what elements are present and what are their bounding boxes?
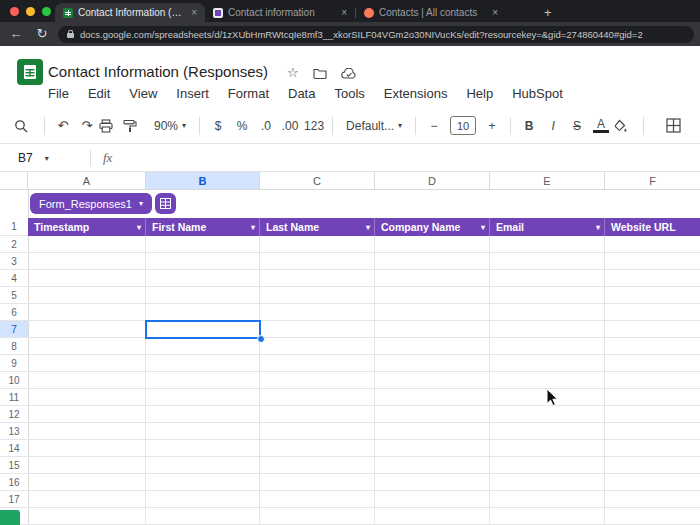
row-number[interactable]: 3 xyxy=(0,253,28,270)
decrease-decimal-button[interactable]: .0 xyxy=(254,120,278,132)
filter-chevron-icon[interactable]: ▾ xyxy=(366,223,370,232)
table-header-last-name[interactable]: Last Name ▾ xyxy=(260,218,375,236)
tab-contact-information-form[interactable]: Contact information × xyxy=(205,3,355,22)
gridline xyxy=(374,236,375,525)
row-number[interactable]: 13 xyxy=(0,423,28,440)
url-bar[interactable]: docs.google.com/spreadsheets/d/1zXUbHmRW… xyxy=(58,26,694,43)
increase-decimal-button[interactable]: .00 xyxy=(278,120,302,132)
row-number[interactable]: 10 xyxy=(0,372,28,389)
row-number[interactable]: 5 xyxy=(0,287,28,304)
doc-title[interactable]: Contact Information (Responses) xyxy=(48,63,268,80)
font-size-input[interactable]: 10 xyxy=(450,116,476,135)
redo-button[interactable]: ↷ xyxy=(75,119,99,132)
grid-rows-area[interactable] xyxy=(28,236,700,525)
cloud-saved-icon[interactable] xyxy=(341,68,357,79)
menu-item[interactable]: Edit xyxy=(88,86,110,101)
row-number[interactable]: 16 xyxy=(0,474,28,491)
table-name-chip[interactable]: Form_Responses1 ▾ xyxy=(30,193,152,214)
increase-font-size-button[interactable]: + xyxy=(480,120,504,132)
sheets-logo-icon[interactable] xyxy=(17,59,43,85)
selected-cell-b7[interactable] xyxy=(145,320,261,339)
row-number[interactable]: 11 xyxy=(0,389,28,406)
select-all-corner[interactable] xyxy=(0,172,28,190)
cell-reference: B7 xyxy=(18,151,33,165)
strikethrough-button[interactable]: S xyxy=(565,120,589,132)
undo-button[interactable]: ↶ xyxy=(51,119,75,132)
table-header-first-name[interactable]: First Name ▾ xyxy=(146,218,260,236)
new-tab-button[interactable]: + xyxy=(544,3,552,22)
move-folder-icon[interactable] xyxy=(313,68,327,79)
table-header-timestamp[interactable]: Timestamp ▾ xyxy=(28,218,146,236)
menu-item[interactable]: Data xyxy=(288,86,315,101)
menu-item[interactable]: Insert xyxy=(176,86,209,101)
menu-item[interactable]: Extensions xyxy=(384,86,448,101)
menu-item[interactable]: Tools xyxy=(334,86,364,101)
row-number[interactable]: 8 xyxy=(0,338,28,355)
close-window-button[interactable] xyxy=(10,7,19,16)
italic-button[interactable]: I xyxy=(541,120,565,132)
column-header-e[interactable]: E xyxy=(490,172,605,190)
menu-item[interactable]: HubSpot xyxy=(512,86,563,101)
menu-item[interactable]: View xyxy=(129,86,157,101)
menu-item[interactable]: File xyxy=(48,86,69,101)
tab-contacts-hubspot[interactable]: Contacts | All contacts × xyxy=(356,3,506,22)
column-header-c[interactable]: C xyxy=(260,172,375,190)
row-number[interactable]: 6 xyxy=(0,304,28,321)
paint-format-button[interactable] xyxy=(123,119,147,133)
reload-button[interactable]: ↻ xyxy=(32,25,52,43)
fx-icon: fx xyxy=(103,150,112,166)
row-number[interactable]: 17 xyxy=(0,491,28,508)
text-color-button[interactable]: A xyxy=(589,118,613,133)
search-icon[interactable] xyxy=(14,119,38,133)
row-number[interactable]: 15 xyxy=(0,457,28,474)
tab-contact-information-responses[interactable]: Contact Information (Respon... × xyxy=(55,3,205,22)
zoom-select[interactable]: 90% ▾ xyxy=(147,119,193,133)
filter-chevron-icon[interactable]: ▾ xyxy=(137,223,141,232)
table-header-website-url[interactable]: Website URL xyxy=(605,218,700,236)
close-tab-icon[interactable]: × xyxy=(341,7,347,18)
filter-chevron-icon[interactable]: ▾ xyxy=(596,223,600,232)
minimize-window-button[interactable] xyxy=(26,7,35,16)
table-grid-button[interactable] xyxy=(155,193,176,214)
row-number[interactable]: 14 xyxy=(0,440,28,457)
format-percent-button[interactable]: % xyxy=(230,120,254,132)
column-header-d[interactable]: D xyxy=(375,172,490,190)
decrease-font-size-button[interactable]: − xyxy=(422,120,446,132)
menu-item[interactable]: Help xyxy=(466,86,493,101)
format-currency-button[interactable]: $ xyxy=(206,120,230,132)
print-button[interactable] xyxy=(99,119,123,133)
filter-chevron-icon[interactable]: ▾ xyxy=(481,223,485,232)
close-tab-icon[interactable]: × xyxy=(492,7,498,18)
back-button[interactable]: ← xyxy=(6,25,26,43)
formula-bar-divider xyxy=(90,150,91,166)
row-numbers: 23456789101112131415161718 xyxy=(0,236,28,525)
font-select[interactable]: Default... ▾ xyxy=(339,119,409,133)
bold-button[interactable]: B xyxy=(517,120,541,132)
filter-chevron-icon[interactable]: ▾ xyxy=(251,223,255,232)
mouse-cursor xyxy=(546,388,559,407)
menu-item[interactable]: Format xyxy=(228,86,269,101)
column-header-a[interactable]: A xyxy=(28,172,146,190)
sheet-tab-indicator[interactable] xyxy=(0,510,20,525)
row-number[interactable]: 4 xyxy=(0,270,28,287)
row-number[interactable]: 1 xyxy=(0,218,28,236)
close-tab-icon[interactable]: × xyxy=(191,7,197,18)
row-number[interactable]: 2 xyxy=(0,236,28,253)
row-number[interactable]: 12 xyxy=(0,406,28,423)
more-formats-button[interactable]: 123 xyxy=(302,120,326,132)
column-header-b[interactable]: B xyxy=(146,172,260,190)
borders-button[interactable] xyxy=(666,118,690,133)
fill-handle[interactable] xyxy=(257,335,265,343)
column-header-f[interactable]: F xyxy=(605,172,700,190)
row-number[interactable]: 7 xyxy=(0,321,28,338)
fill-color-button[interactable] xyxy=(613,119,637,133)
table-header-email[interactable]: Email ▾ xyxy=(490,218,605,236)
row-number[interactable]: 9 xyxy=(0,355,28,372)
tab-title: Contact Information (Respon... xyxy=(78,7,186,18)
table-header-company-name[interactable]: Company Name ▾ xyxy=(375,218,490,236)
name-box[interactable]: B7 ▾ xyxy=(0,151,78,165)
star-icon[interactable]: ☆ xyxy=(287,65,299,80)
window-controls xyxy=(10,7,51,16)
url-text: docs.google.com/spreadsheets/d/1zXUbHmRW… xyxy=(80,29,643,40)
zoom-window-button[interactable] xyxy=(42,7,51,16)
